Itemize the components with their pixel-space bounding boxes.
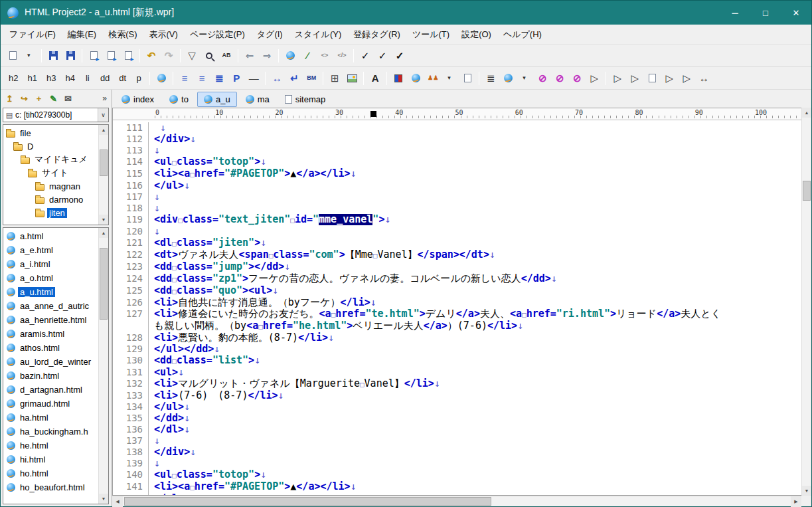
- tag-h4-button[interactable]: h4: [61, 70, 78, 86]
- tree-item-サイト[interactable]: サイト: [3, 166, 98, 179]
- code-line-121[interactable]: 121<dl□class="jiten">↓: [113, 237, 801, 249]
- tag-jump-button[interactable]: <>: [317, 48, 333, 64]
- insert-anchor-button[interactable]: [153, 70, 169, 86]
- run-next-5-button[interactable]: ▷: [679, 70, 694, 86]
- tab-a_u[interactable]: a_u: [197, 92, 237, 107]
- format-document-button[interactable]: ≣: [483, 70, 499, 86]
- menu-item-style[interactable]: スタイル(Y): [289, 25, 348, 44]
- scroll-thumb[interactable]: [803, 181, 811, 201]
- scroll-track[interactable]: [123, 496, 791, 506]
- code-line-120[interactable]: 120↓: [113, 226, 801, 237]
- view-in-browser-3-button[interactable]: [120, 48, 136, 64]
- convert-width-button[interactable]: ↔: [269, 70, 285, 86]
- scroll-thumb[interactable]: [100, 150, 108, 177]
- file-item-a.html[interactable]: a.html: [3, 229, 98, 243]
- code-line-134[interactable]: 134</ul>↓: [113, 401, 801, 413]
- tag-p-button[interactable]: p: [131, 70, 146, 86]
- code-line-122[interactable]: 122<dt>ヴァネル夫人<span□class="com">【Mme□Vane…: [113, 249, 801, 261]
- file-item-ha_buckingham.h[interactable]: ha_buckingham.h: [3, 425, 98, 439]
- code-line-124[interactable]: 124<dd□class="zp1">フーケの昔の恋人。ヴァネルの妻。コルベール…: [113, 273, 801, 285]
- code-line-128[interactable]: 128<li>悪賢い。豹の本能。(8-7)</li>↓: [113, 332, 801, 344]
- code-line-115[interactable]: 115<li><a□href="#PAGETOP">▲</a></li>↓: [113, 168, 801, 180]
- tab-to[interactable]: to: [163, 92, 195, 107]
- tag-pair-button[interactable]: </>: [334, 48, 350, 64]
- strip-tags-1-button[interactable]: ⊘: [534, 70, 550, 86]
- strip-tags-3-button[interactable]: ⊘: [569, 70, 585, 86]
- table-editor-button[interactable]: ⊞: [327, 70, 343, 86]
- insert-link-button[interactable]: [408, 70, 424, 86]
- accesskey-dropdown-button[interactable]: ▾: [442, 70, 458, 86]
- view-in-browser-2-button[interactable]: [103, 48, 119, 64]
- strip-tags-2-button[interactable]: ⊘: [552, 70, 568, 86]
- code-line-135[interactable]: 135</dd>↓: [113, 413, 801, 424]
- redo-button[interactable]: ↷: [161, 48, 177, 64]
- check-css-button[interactable]: ✓: [374, 48, 390, 64]
- file-item-aramis.html[interactable]: aramis.html: [3, 327, 98, 341]
- tag-dt-button[interactable]: dt: [115, 70, 130, 86]
- horizontal-rule-button[interactable]: —: [246, 70, 262, 86]
- run-next-2-button[interactable]: ▷: [609, 70, 625, 86]
- menu-item-edit[interactable]: 編集(E): [62, 25, 102, 44]
- folder-up-button[interactable]: ↥: [3, 92, 17, 106]
- tree-item-D[interactable]: D: [3, 140, 98, 153]
- menu-item-page-setup[interactable]: ページ設定(P): [184, 25, 251, 44]
- scroll-right-icon[interactable]: ▶: [791, 496, 801, 507]
- insert-image-button[interactable]: [344, 70, 360, 86]
- blank-page-2-button[interactable]: [644, 70, 660, 86]
- save-button[interactable]: [45, 48, 61, 64]
- forward-button[interactable]: ⇒: [259, 48, 275, 64]
- file-item-bazin.html[interactable]: bazin.html: [3, 369, 98, 383]
- file-item-he.html[interactable]: he.html: [3, 439, 98, 453]
- menu-item-view[interactable]: 表示(V): [143, 25, 184, 44]
- grep-button[interactable]: AB: [218, 48, 234, 64]
- menu-item-register-tag[interactable]: 登録タグ(R): [347, 25, 406, 44]
- scroll-left-icon[interactable]: ◀: [112, 496, 123, 507]
- tag-paragraph-button[interactable]: P: [228, 70, 244, 86]
- scroll-up-icon[interactable]: ▲: [99, 125, 108, 135]
- file-item-a_o.html[interactable]: a_o.html: [3, 271, 98, 285]
- check-link-button[interactable]: ✓: [392, 48, 408, 64]
- scroll-thumb[interactable]: [100, 248, 108, 320]
- code-line-118[interactable]: 118↓: [113, 203, 801, 214]
- file-item-au_lord_de_winter[interactable]: au_lord_de_winter: [3, 355, 98, 369]
- back-button[interactable]: ⇐: [242, 48, 258, 64]
- tree-item-darmono[interactable]: darmono: [3, 193, 98, 206]
- tree-item-file[interactable]: file: [3, 126, 98, 140]
- code-line-111[interactable]: 111 ↓: [113, 122, 801, 134]
- blank-page-button[interactable]: [459, 70, 475, 86]
- css-edit-button[interactable]: ∕: [299, 48, 315, 64]
- scroll-down-icon[interactable]: ▼: [99, 215, 108, 225]
- list-ul-button[interactable]: ≣: [211, 70, 227, 86]
- file-edit-button[interactable]: ✎: [46, 92, 60, 106]
- minimize-button[interactable]: ─: [720, 1, 750, 25]
- code-line-141[interactable]: 141<li><a□href="#PAGETOP">▲</a></li>↓: [113, 481, 801, 493]
- maximize-button[interactable]: □: [750, 1, 781, 25]
- close-button[interactable]: ✕: [781, 1, 811, 25]
- scroll-track[interactable]: [99, 135, 108, 215]
- code-line-138[interactable]: 138</div>↓: [113, 447, 801, 458]
- tab-ma[interactable]: ma: [239, 92, 276, 107]
- code-line-117[interactable]: 117↓: [113, 191, 801, 203]
- tag-h2-button[interactable]: h2: [5, 70, 22, 86]
- tree-item-magnan[interactable]: magnan: [3, 179, 98, 193]
- code-line-136[interactable]: 136</dl>↓: [113, 424, 801, 435]
- code-line-125[interactable]: 125<dd□class="quo"><ul>↓: [113, 285, 801, 297]
- run-next-1-button[interactable]: ▷: [586, 70, 602, 86]
- code-line-132[interactable]: 132<li>マルグリット・ヴァネル【Marguerite□Vanel】</li…: [113, 378, 801, 390]
- scroll-track[interactable]: [99, 238, 108, 494]
- file-item-a_e.html[interactable]: a_e.html: [3, 243, 98, 257]
- tag-dd-button[interactable]: dd: [96, 70, 114, 86]
- new-document-dropdown-button[interactable]: ▾: [22, 48, 38, 64]
- drive-selector[interactable]: ▤ c: [tih0279300b] ∨: [3, 108, 109, 122]
- scroll-up-icon[interactable]: ▲: [802, 108, 811, 118]
- scroll-down-icon[interactable]: ▼: [802, 486, 811, 496]
- folder-new-button[interactable]: +: [32, 92, 46, 106]
- code-line-140[interactable]: 140<ul□class="totop">↓: [113, 469, 801, 481]
- menu-item-settings[interactable]: 設定(O): [455, 25, 497, 44]
- tag-h1-button[interactable]: h1: [23, 70, 41, 86]
- file-item-hi.html[interactable]: hi.html: [3, 453, 98, 466]
- menu-item-search[interactable]: 検索(S): [102, 25, 143, 44]
- zoom-button[interactable]: [201, 48, 217, 64]
- file-item-a_u.html[interactable]: a_u.html: [3, 285, 98, 299]
- tag-li-button[interactable]: li: [80, 70, 95, 86]
